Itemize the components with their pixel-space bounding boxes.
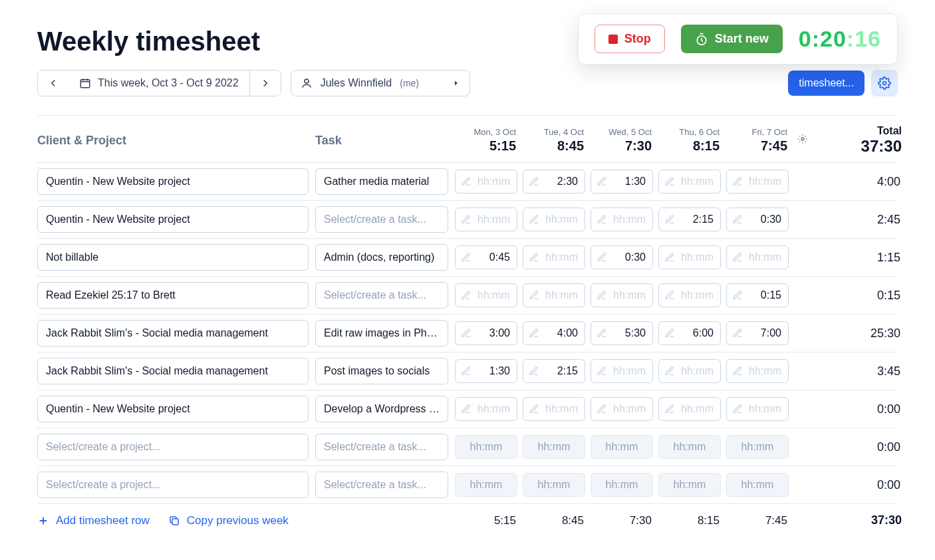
note-icon xyxy=(664,176,675,187)
time-input[interactable]: 2:30 xyxy=(523,170,585,194)
time-input[interactable]: 1:30 xyxy=(455,359,517,383)
time-value: hh:mm xyxy=(749,403,781,415)
time-input[interactable]: 7:00 xyxy=(726,321,789,345)
time-input[interactable]: hh:mm xyxy=(591,208,653,231)
next-week-button[interactable] xyxy=(250,70,281,96)
time-value: hh:mm xyxy=(681,289,714,301)
task-input[interactable]: Select/create a task... xyxy=(315,206,448,233)
time-input[interactable]: hh:mm xyxy=(455,283,517,307)
task-input[interactable]: Select/create a task... xyxy=(315,282,448,309)
time-value: 0:30 xyxy=(761,213,781,225)
task-input[interactable]: Edit raw images in Phot... xyxy=(315,320,448,347)
time-input[interactable]: 0:15 xyxy=(726,283,789,307)
time-input: hh:mm xyxy=(658,435,721,459)
time-input[interactable]: hh:mm xyxy=(658,397,721,421)
time-input[interactable]: hh:mm xyxy=(658,245,721,269)
time-input[interactable]: 0:30 xyxy=(726,208,789,231)
time-input[interactable]: hh:mm xyxy=(591,359,653,383)
time-value: hh:mm xyxy=(545,403,578,415)
time-input[interactable]: hh:mm xyxy=(726,359,789,383)
time-input[interactable]: hh:mm xyxy=(591,397,653,421)
col-day-0: Mon, 3 Oct 5:15 xyxy=(455,127,523,154)
time-input[interactable]: hh:mm xyxy=(658,283,721,307)
add-row-button[interactable]: Add timesheet row xyxy=(37,514,150,527)
task-input[interactable]: Select/create a task... xyxy=(315,472,448,498)
project-input[interactable]: Jack Rabbit Slim's - Social media manage… xyxy=(37,320,309,347)
time-input[interactable]: 0:45 xyxy=(455,245,517,269)
note-icon xyxy=(732,252,743,263)
table-row: Jack Rabbit Slim's - Social media manage… xyxy=(37,352,898,390)
start-new-button[interactable]: Start new xyxy=(681,25,783,53)
time-input[interactable]: hh:mm xyxy=(658,359,721,383)
time-value: 2:30 xyxy=(557,176,578,188)
user-select[interactable]: Jules Winnfield (me) xyxy=(291,70,470,96)
project-input[interactable]: Quentin - New Website project xyxy=(37,206,309,233)
time-input: hh:mm xyxy=(455,473,517,497)
note-icon xyxy=(461,404,471,414)
project-input[interactable]: Quentin - New Website project xyxy=(37,396,309,422)
time-input[interactable]: 5:30 xyxy=(591,321,653,345)
col-day-3: Thu, 6 Oct 8:15 xyxy=(658,127,726,154)
time-input[interactable]: 4:00 xyxy=(523,321,585,345)
project-input[interactable]: Read Ezekiel 25:17 to Brett xyxy=(37,282,309,309)
project-input[interactable]: Quentin - New Website project xyxy=(37,168,309,195)
time-input: hh:mm xyxy=(455,435,517,459)
time-input[interactable]: hh:mm xyxy=(726,245,789,269)
time-value: hh:mm xyxy=(681,365,714,377)
user-icon xyxy=(301,77,313,89)
time-input[interactable]: hh:mm xyxy=(455,208,517,231)
time-input[interactable]: hh:mm xyxy=(523,283,585,307)
time-input[interactable]: hh:mm xyxy=(455,170,517,194)
time-value: hh:mm xyxy=(477,289,510,301)
task-input[interactable]: Admin (docs, reporting) xyxy=(315,244,448,271)
task-input[interactable]: Gather media material xyxy=(315,168,448,195)
task-input[interactable]: Select/create a task... xyxy=(315,434,448,460)
time-input[interactable]: 6:00 xyxy=(658,321,721,345)
time-value: hh:mm xyxy=(681,176,714,188)
time-input[interactable]: hh:mm xyxy=(523,208,585,231)
time-value: hh:mm xyxy=(674,441,706,453)
col-day-4: Fri, 7 Oct 7:45 xyxy=(726,127,794,154)
time-input[interactable]: 2:15 xyxy=(658,208,721,231)
time-input[interactable]: hh:mm xyxy=(726,397,789,421)
note-icon xyxy=(529,252,539,263)
time-input[interactable]: 2:15 xyxy=(523,359,585,383)
col-total: Total 37:30 xyxy=(811,125,902,156)
stop-button[interactable]: Stop xyxy=(595,25,665,53)
task-input[interactable]: Post images to socials xyxy=(315,358,448,384)
copy-previous-week-button[interactable]: Copy previous week xyxy=(168,514,289,527)
project-input[interactable]: Select/create a project... xyxy=(37,434,309,460)
table-row: Quentin - New Website projectDevelop a W… xyxy=(37,390,898,428)
time-input[interactable]: hh:mm xyxy=(726,170,789,194)
time-value: 2:15 xyxy=(693,213,714,225)
project-input[interactable]: Jack Rabbit Slim's - Social media manage… xyxy=(37,358,309,384)
row-total: 0:00 xyxy=(811,440,902,454)
timesheet-menu-button[interactable]: timesheet... xyxy=(788,70,865,96)
timer-display: 0:20:16 xyxy=(799,26,881,52)
date-range-picker[interactable]: This week, Oct 3 - Oct 9 2022 xyxy=(68,70,250,96)
time-input[interactable]: hh:mm xyxy=(455,397,517,421)
time-value: hh:mm xyxy=(538,479,571,491)
time-value: 7:00 xyxy=(761,327,781,339)
col-config[interactable] xyxy=(794,134,811,147)
col-task: Task xyxy=(315,134,455,148)
prev-week-button[interactable] xyxy=(38,70,68,96)
time-value: hh:mm xyxy=(538,441,571,453)
time-input[interactable]: 1:30 xyxy=(591,170,653,194)
time-value: 0:45 xyxy=(489,251,510,263)
time-input[interactable]: hh:mm xyxy=(591,283,653,307)
note-icon xyxy=(597,214,607,225)
task-input[interactable]: Develop a Wordpress si... xyxy=(315,396,448,422)
time-input: hh:mm xyxy=(591,473,653,497)
time-input[interactable]: hh:mm xyxy=(658,170,721,194)
time-input[interactable]: hh:mm xyxy=(523,245,585,269)
note-icon xyxy=(529,328,539,339)
time-input[interactable]: 3:00 xyxy=(455,321,517,345)
row-total: 2:45 xyxy=(811,213,902,227)
project-input[interactable]: Select/create a project... xyxy=(37,472,309,498)
settings-button[interactable] xyxy=(871,70,898,96)
time-input[interactable]: 0:30 xyxy=(591,245,653,269)
project-input[interactable]: Not billable xyxy=(37,244,309,271)
timer-bar: Stop Start new 0:20:16 xyxy=(578,13,898,65)
time-input[interactable]: hh:mm xyxy=(523,397,585,421)
